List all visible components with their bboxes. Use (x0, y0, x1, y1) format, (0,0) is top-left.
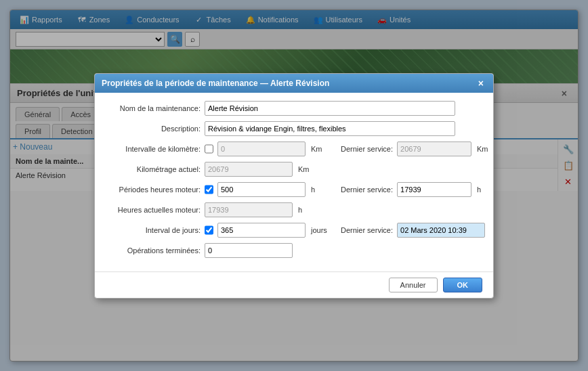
form-row-interval-jours: Interval de jours: jours Dernier service… (106, 223, 482, 238)
kilometrage-input[interactable] (205, 162, 293, 177)
modal-title: Propriétés de la période de maintenance … (102, 79, 329, 88)
description-input[interactable] (205, 121, 455, 136)
operations-input[interactable] (205, 243, 293, 258)
nom-input[interactable] (205, 101, 455, 116)
kilometrage-unit: Km (298, 165, 318, 173)
form-row-heures-actuelles: Heures actuelles moteur: h (106, 202, 482, 217)
heures-actuelles-label: Heures actuelles moteur: (106, 206, 201, 214)
dernier-service-km-input[interactable] (397, 141, 471, 156)
nom-label: Nom de la maintenance: (106, 104, 201, 112)
form-row-description: Description: (106, 121, 482, 136)
interval-jours-checkbox[interactable] (205, 225, 213, 235)
dernier-service-km-unit: Km (477, 145, 494, 153)
intervalle-km-label: Intervalle de kilomètre: (106, 145, 201, 153)
modal-overlay: Propriétés de la période de maintenance … (0, 0, 588, 371)
dernier-service-h-label: Dernier service: (341, 186, 393, 194)
intervalle-km-checkbox[interactable] (205, 144, 213, 154)
form-row-periodes-heures: Périodes heures moteur: h Dernier servic… (106, 182, 482, 197)
dernier-service-h-unit: h (477, 186, 494, 194)
dernier-service-date-input[interactable] (397, 223, 485, 238)
ok-button[interactable]: OK (443, 278, 483, 292)
intervalle-km-input[interactable] (217, 141, 306, 156)
form-row-operations: Opérations terminées: (106, 243, 482, 258)
operations-label: Opérations terminées: (106, 246, 201, 255)
periodes-heures-input[interactable] (217, 182, 306, 197)
interval-jours-label: Interval de jours: (106, 226, 201, 234)
dernier-service-km-label: Dernier service: (341, 145, 393, 153)
modal-dialog: Propriétés de la période de maintenance … (94, 73, 494, 299)
periodes-heures-label: Périodes heures moteur: (106, 186, 201, 194)
annuler-button[interactable]: Annuler (389, 278, 438, 292)
modal-footer: Annuler OK (95, 271, 493, 298)
dernier-service-date-label: Dernier service: (341, 226, 393, 234)
interval-jours-input[interactable] (217, 223, 306, 238)
description-label: Description: (106, 125, 201, 133)
modal-body: Nom de la maintenance: Description: Inte… (95, 93, 493, 271)
kilometrage-label: Kilométrage actuel: (106, 165, 201, 173)
dernier-service-h-input[interactable] (397, 182, 471, 197)
modal-title-bar: Propriétés de la période de maintenance … (95, 74, 493, 93)
form-row-kilometrage: Kilométrage actuel: Km (106, 162, 482, 177)
periodes-heures-checkbox[interactable] (205, 185, 213, 194)
heures-actuelles-unit: h (298, 206, 318, 214)
modal-close-button[interactable]: × (476, 78, 486, 89)
form-row-nom: Nom de la maintenance: (106, 101, 482, 116)
heures-actuelles-input[interactable] (205, 202, 293, 217)
periodes-heures-unit: h (311, 186, 331, 194)
interval-jours-unit: jours (311, 226, 331, 234)
form-row-intervalle-km: Intervalle de kilomètre: Km Dernier serv… (106, 141, 482, 156)
intervalle-km-unit: Km (311, 145, 331, 153)
